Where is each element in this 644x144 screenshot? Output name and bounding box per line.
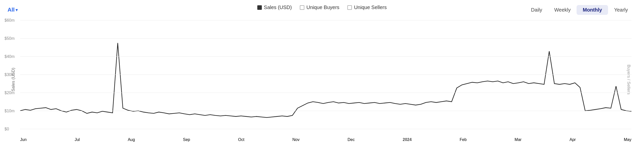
x-label-jun: Jun xyxy=(20,137,27,142)
legend-item-sellers: Unique Sellers xyxy=(347,5,387,10)
y-axis-label: Sales (USD) xyxy=(11,68,16,91)
legend-icon-buyers xyxy=(300,5,304,10)
yearly-button[interactable]: Yearly xyxy=(608,5,634,15)
legend-item-sales: Sales (USD) xyxy=(257,5,292,10)
x-label-feb: Feb xyxy=(460,137,467,142)
x-label-dec: Dec xyxy=(348,137,355,142)
daily-button[interactable]: Daily xyxy=(525,5,548,15)
all-filter-label: All xyxy=(8,7,15,13)
weekly-button[interactable]: Weekly xyxy=(548,5,577,15)
legend-icon-sales xyxy=(257,5,262,10)
x-label-mar: Mar xyxy=(515,137,522,142)
x-label-jul: Jul xyxy=(75,137,80,142)
chart-container: Sales (USD) Buyers / Sellers $60m $50m $… xyxy=(0,15,644,144)
top-bar: All ▾ Sales (USD) Unique Buyers Unique S… xyxy=(0,0,644,15)
legend-item-buyers: Unique Buyers xyxy=(300,5,339,10)
x-label-aug: Aug xyxy=(128,137,135,142)
x-label-oct: Oct xyxy=(238,137,245,142)
legend-label-buyers: Unique Buyers xyxy=(306,5,339,10)
legend-label-sales: Sales (USD) xyxy=(264,5,292,10)
x-label-may: May xyxy=(624,137,631,142)
x-axis-labels: Jun Jul Aug Sep Oct Nov Dec 2024 Feb Mar… xyxy=(20,137,631,142)
x-label-nov: Nov xyxy=(292,137,299,142)
legend-label-sellers: Unique Sellers xyxy=(354,5,387,10)
all-filter-button[interactable]: All ▾ xyxy=(8,7,18,13)
chart-legend: Sales (USD) Unique Buyers Unique Sellers xyxy=(257,5,387,10)
x-label-sep: Sep xyxy=(183,137,190,142)
chart-area: $60m $50m $40m $30m $20m $10m $0 xyxy=(20,20,631,129)
chevron-down-icon: ▾ xyxy=(16,8,18,12)
x-label-apr: Apr xyxy=(570,137,576,142)
monthly-button[interactable]: Monthly xyxy=(577,5,608,15)
time-filter-group: Daily Weekly Monthly Yearly xyxy=(525,5,634,15)
legend-icon-sellers xyxy=(347,5,352,10)
x-label-2024: 2024 xyxy=(403,137,412,142)
